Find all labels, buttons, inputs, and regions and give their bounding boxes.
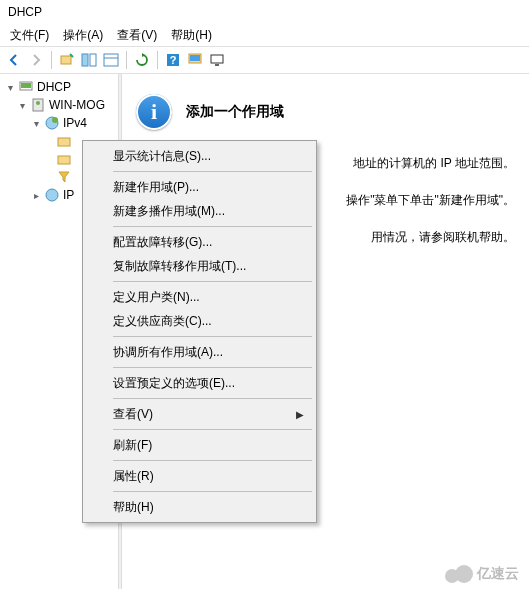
forward-button[interactable] xyxy=(26,50,46,70)
svg-rect-1 xyxy=(82,54,88,66)
separator-icon xyxy=(113,398,312,399)
content-header: i 添加一个作用域 xyxy=(136,94,515,130)
svg-rect-9 xyxy=(211,55,223,63)
menu-action[interactable]: 操作(A) xyxy=(57,25,109,46)
spacer xyxy=(42,135,54,147)
cloud-icon xyxy=(445,565,473,583)
separator-icon xyxy=(113,367,312,368)
ctx-new-scope[interactable]: 新建作用域(P)... xyxy=(85,175,314,199)
svg-rect-3 xyxy=(104,54,118,66)
ctx-config-failover[interactable]: 配置故障转移(G)... xyxy=(85,230,314,254)
ctx-replicate-failover[interactable]: 复制故障转移作用域(T)... xyxy=(85,254,314,278)
refresh-button[interactable] xyxy=(132,50,152,70)
menu-file[interactable]: 文件(F) xyxy=(4,25,55,46)
collapse-icon[interactable]: ▾ xyxy=(4,81,16,93)
separator-icon xyxy=(157,51,158,69)
ctx-show-stats[interactable]: 显示统计信息(S)... xyxy=(85,144,314,168)
separator-icon xyxy=(113,226,312,227)
svg-text:?: ? xyxy=(170,54,177,66)
separator-icon xyxy=(113,429,312,430)
tree-node-server[interactable]: ▾ WIN-MOG xyxy=(2,96,116,114)
separator-icon xyxy=(113,491,312,492)
tree-node-dhcp[interactable]: ▾ DHCP xyxy=(2,78,116,96)
tree-label: WIN-MOG xyxy=(49,98,105,112)
tree-label: IP xyxy=(63,188,74,202)
back-button[interactable] xyxy=(4,50,24,70)
folder-icon xyxy=(56,151,72,167)
expand-icon[interactable]: ▸ xyxy=(30,189,42,201)
tree-node-ipv4[interactable]: ▾ IPv4 xyxy=(2,114,116,132)
ipv4-icon xyxy=(44,115,60,131)
ipv6-icon xyxy=(44,187,60,203)
menu-help[interactable]: 帮助(H) xyxy=(165,25,218,46)
separator-icon xyxy=(126,51,127,69)
svg-rect-8 xyxy=(190,55,200,61)
info-icon: i xyxy=(136,94,172,130)
ctx-help[interactable]: 帮助(H) xyxy=(85,495,314,519)
svg-point-16 xyxy=(52,117,58,123)
add-button[interactable] xyxy=(57,50,77,70)
separator-icon xyxy=(113,336,312,337)
server-icon xyxy=(30,97,46,113)
spacer xyxy=(42,171,54,183)
title-bar: DHCP xyxy=(0,0,529,24)
watermark: 亿速云 xyxy=(445,565,519,583)
help-button[interactable]: ? xyxy=(163,50,183,70)
ctx-refresh[interactable]: 刷新(F) xyxy=(85,433,314,457)
svg-rect-17 xyxy=(58,138,70,146)
collapse-icon[interactable]: ▾ xyxy=(16,99,28,111)
svg-point-19 xyxy=(46,189,58,201)
menu-view[interactable]: 查看(V) xyxy=(111,25,163,46)
svg-point-14 xyxy=(36,101,40,105)
console-button[interactable] xyxy=(185,50,205,70)
context-menu: 显示统计信息(S)... 新建作用域(P)... 新建多播作用域(M)... 配… xyxy=(82,140,317,523)
ctx-define-user[interactable]: 定义用户类(N)... xyxy=(85,285,314,309)
folder-icon xyxy=(56,133,72,149)
watermark-text: 亿速云 xyxy=(477,565,519,583)
toolbar: ? xyxy=(0,46,529,74)
separator-icon xyxy=(113,281,312,282)
dhcp-icon xyxy=(18,79,34,95)
separator-icon xyxy=(51,51,52,69)
ctx-new-multicast[interactable]: 新建多播作用域(M)... xyxy=(85,199,314,223)
tree-label: IPv4 xyxy=(63,116,87,130)
ctx-properties[interactable]: 属性(R) xyxy=(85,464,314,488)
svg-rect-12 xyxy=(21,83,31,88)
chevron-right-icon: ▶ xyxy=(296,409,304,420)
ctx-reconcile[interactable]: 协调所有作用域(A)... xyxy=(85,340,314,364)
monitor-button[interactable] xyxy=(207,50,227,70)
svg-rect-2 xyxy=(90,54,96,66)
filter-icon xyxy=(56,169,72,185)
svg-rect-0 xyxy=(61,56,71,64)
tree-label: DHCP xyxy=(37,80,71,94)
separator-icon xyxy=(113,171,312,172)
layout-button[interactable] xyxy=(101,50,121,70)
window-title: DHCP xyxy=(8,5,42,19)
ctx-set-predefined[interactable]: 设置预定义的选项(E)... xyxy=(85,371,314,395)
ctx-define-vendor[interactable]: 定义供应商类(C)... xyxy=(85,309,314,333)
show-hide-button[interactable] xyxy=(79,50,99,70)
separator-icon xyxy=(113,460,312,461)
collapse-icon[interactable]: ▾ xyxy=(30,117,42,129)
ctx-view[interactable]: 查看(V)▶ xyxy=(85,402,314,426)
content-heading: 添加一个作用域 xyxy=(186,103,284,121)
svg-rect-18 xyxy=(58,156,70,164)
menu-bar: 文件(F) 操作(A) 查看(V) 帮助(H) xyxy=(0,24,529,46)
ctx-label: 查看(V) xyxy=(113,406,153,423)
spacer xyxy=(42,153,54,165)
